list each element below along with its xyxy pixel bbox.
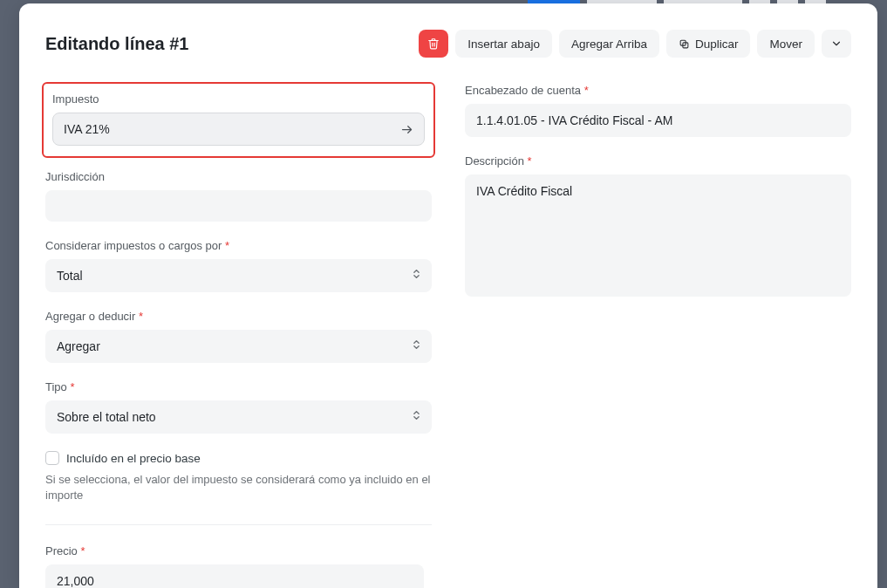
descripcion-group: Descripción * (465, 154, 851, 300)
required-asterisk: * (584, 84, 589, 97)
required-asterisk: * (80, 544, 85, 557)
tipo-value: Sobre el total neto (57, 410, 156, 424)
arrow-right-icon (400, 123, 413, 136)
descripcion-label: Descripción * (465, 154, 851, 168)
precio-label-text: Precio (45, 544, 78, 557)
chevron-down-icon (830, 38, 843, 50)
agregar-select[interactable]: Agregar (45, 330, 432, 363)
trash-icon (427, 38, 440, 50)
descripcion-textarea[interactable] (465, 174, 851, 297)
jurisdiccion-input[interactable] (45, 190, 432, 222)
required-asterisk: * (70, 380, 74, 393)
more-actions-button[interactable] (822, 30, 851, 58)
section-divider (45, 524, 432, 525)
considerar-select[interactable]: Total (45, 259, 432, 292)
encabezado-label-text: Encabezado de cuenta (465, 84, 581, 97)
right-column: Encabezado de cuenta * Descripción * (465, 82, 851, 588)
edit-line-modal: Editando línea #1 Insertar abajo Agregar… (19, 3, 877, 588)
encabezado-group: Encabezado de cuenta * (465, 84, 851, 137)
left-column: Impuesto IVA 21% Jurisdicción Considerar… (45, 82, 432, 588)
agregar-label-text: Agregar o deducir (45, 310, 135, 323)
encabezado-label: Encabezado de cuenta * (465, 84, 851, 97)
duplicate-button[interactable]: Duplicar (666, 30, 751, 58)
incluido-help-text: Si se selecciona, el valor del impuesto … (45, 472, 432, 503)
modal-header: Editando línea #1 Insertar abajo Agregar… (45, 30, 851, 58)
delete-button[interactable] (419, 30, 448, 58)
copy-icon (679, 38, 690, 50)
impuesto-group-highlight: Impuesto IVA 21% (42, 82, 435, 158)
required-asterisk: * (528, 154, 532, 168)
considerar-group: Considerar impuestos o cargos por * Tota… (45, 239, 432, 292)
tipo-label-text: Tipo (45, 380, 67, 393)
tipo-select[interactable]: Sobre el total neto (45, 400, 432, 434)
impuesto-lookup[interactable]: IVA 21% (52, 113, 425, 146)
required-asterisk: * (225, 239, 229, 252)
modal-title: Editando línea #1 (45, 34, 188, 54)
agregar-value: Agregar (57, 339, 100, 353)
add-above-button[interactable]: Agregar Arriba (559, 30, 659, 58)
header-actions: Insertar abajo Agregar Arriba Duplicar M… (419, 30, 851, 58)
encabezado-input[interactable] (465, 104, 851, 137)
impuesto-label: Impuesto (52, 92, 425, 106)
required-asterisk: * (139, 310, 143, 323)
form-columns: Impuesto IVA 21% Jurisdicción Considerar… (45, 82, 851, 588)
jurisdiccion-group: Jurisdicción (45, 170, 432, 222)
precio-group: Precio * (45, 544, 432, 588)
move-button[interactable]: Mover (757, 30, 815, 58)
incluido-checkbox-row: Incluído en el precio base (45, 451, 432, 465)
incluido-label: Incluído en el precio base (66, 452, 201, 465)
tipo-select-wrap: Sobre el total neto (45, 400, 432, 434)
incluido-group: Incluído en el precio base Si se selecci… (45, 451, 432, 503)
tipo-group: Tipo * Sobre el total neto (45, 380, 432, 434)
duplicate-label: Duplicar (695, 38, 739, 51)
impuesto-value: IVA 21% (64, 122, 110, 136)
considerar-label-text: Considerar impuestos o cargos por (45, 239, 222, 252)
precio-label: Precio * (45, 544, 432, 557)
incluido-checkbox[interactable] (45, 451, 59, 465)
considerar-label: Considerar impuestos o cargos por * (45, 239, 432, 252)
tipo-label: Tipo * (45, 380, 432, 393)
agregar-group: Agregar o deducir * Agregar (45, 310, 432, 363)
jurisdiccion-label: Jurisdicción (45, 170, 432, 183)
agregar-select-wrap: Agregar (45, 330, 432, 363)
descripcion-label-text: Descripción (465, 154, 524, 168)
agregar-label: Agregar o deducir * (45, 310, 432, 323)
precio-input[interactable] (45, 564, 424, 588)
considerar-value: Total (57, 269, 83, 283)
insert-below-button[interactable]: Insertar abajo (455, 30, 552, 58)
considerar-select-wrap: Total (45, 259, 432, 292)
